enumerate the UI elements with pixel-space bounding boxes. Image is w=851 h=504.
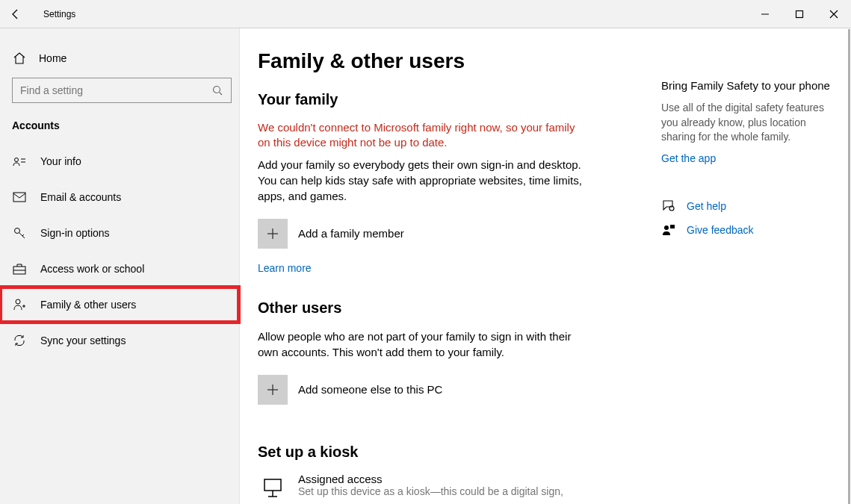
sidebar-item-access-work-school[interactable]: Access work or school bbox=[0, 251, 239, 287]
sidebar-item-label: Your info bbox=[40, 155, 81, 167]
page-title: Family & other users bbox=[258, 49, 616, 73]
add-other-user-button[interactable]: Add someone else to this PC bbox=[258, 375, 616, 405]
sidebar-item-your-info[interactable]: Your info bbox=[0, 143, 239, 179]
svg-rect-7 bbox=[13, 193, 25, 202]
sidebar-item-email-accounts[interactable]: Email & accounts bbox=[0, 179, 239, 215]
svg-rect-20 bbox=[264, 479, 281, 491]
svg-point-2 bbox=[214, 87, 220, 93]
get-app-link[interactable]: Get the app bbox=[661, 152, 833, 164]
other-users-body: Allow people who are not part of your fa… bbox=[258, 329, 594, 360]
sidebar-item-label: Sync your settings bbox=[40, 335, 126, 346]
give-feedback-link[interactable]: Give feedback bbox=[661, 223, 833, 237]
help-chat-icon bbox=[661, 199, 676, 214]
sidebar-item-sync-settings[interactable]: Sync your settings bbox=[0, 323, 239, 358]
scrollbar[interactable] bbox=[848, 29, 850, 504]
sidebar-item-label: Family & other users bbox=[40, 299, 136, 311]
learn-more-link[interactable]: Learn more bbox=[258, 262, 616, 274]
briefcase-icon bbox=[12, 261, 27, 276]
mail-icon bbox=[12, 190, 27, 205]
window-controls bbox=[748, 0, 851, 28]
close-button[interactable] bbox=[817, 0, 851, 28]
home-icon bbox=[12, 51, 27, 66]
plus-icon bbox=[266, 227, 279, 240]
back-button[interactable] bbox=[0, 0, 31, 28]
sidebar-item-label: Email & accounts bbox=[40, 191, 121, 203]
search-box[interactable] bbox=[12, 78, 232, 103]
sidebar-item-label: Access work or school bbox=[40, 263, 144, 275]
svg-line-3 bbox=[220, 93, 223, 96]
promo-title: Bring Family Safety to your phone bbox=[661, 79, 833, 92]
svg-point-4 bbox=[15, 158, 19, 162]
svg-line-9 bbox=[19, 233, 25, 239]
plus-box bbox=[258, 375, 288, 405]
promo-body: Use all of the digital safety features y… bbox=[661, 101, 833, 145]
home-label: Home bbox=[39, 52, 66, 64]
minimize-icon bbox=[761, 10, 770, 19]
search-input[interactable] bbox=[20, 84, 199, 96]
svg-point-24 bbox=[664, 225, 669, 230]
family-body-text: Add your family so everybody gets their … bbox=[258, 157, 594, 204]
assigned-access-button[interactable]: Assigned access Set up this device as a … bbox=[258, 473, 616, 503]
add-family-member-label: Add a family member bbox=[298, 227, 404, 240]
feedback-person-icon bbox=[661, 223, 676, 237]
svg-line-10 bbox=[22, 234, 24, 236]
window-title: Settings bbox=[43, 9, 75, 19]
svg-point-8 bbox=[15, 228, 20, 234]
family-error-text: We couldn't connect to Microsoft family … bbox=[258, 120, 587, 151]
maximize-button[interactable] bbox=[782, 0, 817, 28]
svg-rect-1 bbox=[796, 11, 803, 18]
plus-box bbox=[258, 219, 288, 249]
sidebar: Home Accounts Your info Email & accounts bbox=[0, 28, 240, 504]
sidebar-item-label: Sign-in options bbox=[40, 227, 110, 239]
close-icon bbox=[829, 10, 838, 19]
give-feedback-label: Give feedback bbox=[687, 224, 754, 236]
search-icon bbox=[211, 84, 223, 96]
assigned-access-title: Assigned access bbox=[298, 473, 563, 485]
svg-point-13 bbox=[16, 299, 20, 304]
person-add-icon bbox=[12, 297, 27, 312]
titlebar: Settings bbox=[0, 0, 851, 28]
person-card-icon bbox=[12, 154, 27, 169]
svg-rect-25 bbox=[670, 225, 675, 228]
home-nav[interactable]: Home bbox=[0, 42, 239, 75]
sidebar-item-family-other-users[interactable]: Family & other users bbox=[0, 287, 239, 323]
maximize-icon bbox=[795, 10, 804, 19]
assigned-access-sub: Set up this device as a kiosk—this could… bbox=[298, 485, 563, 497]
key-icon bbox=[12, 225, 27, 240]
add-family-member-button[interactable]: Add a family member bbox=[258, 219, 616, 249]
kiosk-heading: Set up a kiosk bbox=[258, 444, 616, 461]
content-area: Family & other users Your family We coul… bbox=[240, 28, 851, 504]
sync-icon bbox=[12, 333, 27, 348]
other-users-heading: Other users bbox=[258, 299, 616, 317]
get-help-link[interactable]: Get help bbox=[661, 199, 833, 214]
sidebar-item-signin-options[interactable]: Sign-in options bbox=[0, 215, 239, 251]
kiosk-monitor-icon bbox=[258, 473, 288, 503]
sidebar-category: Accounts bbox=[0, 113, 239, 143]
get-help-label: Get help bbox=[687, 200, 726, 212]
minimize-button[interactable] bbox=[748, 0, 782, 28]
your-family-heading: Your family bbox=[258, 91, 616, 108]
add-other-user-label: Add someone else to this PC bbox=[298, 383, 442, 396]
plus-icon bbox=[266, 383, 279, 396]
back-arrow-icon bbox=[10, 8, 22, 20]
